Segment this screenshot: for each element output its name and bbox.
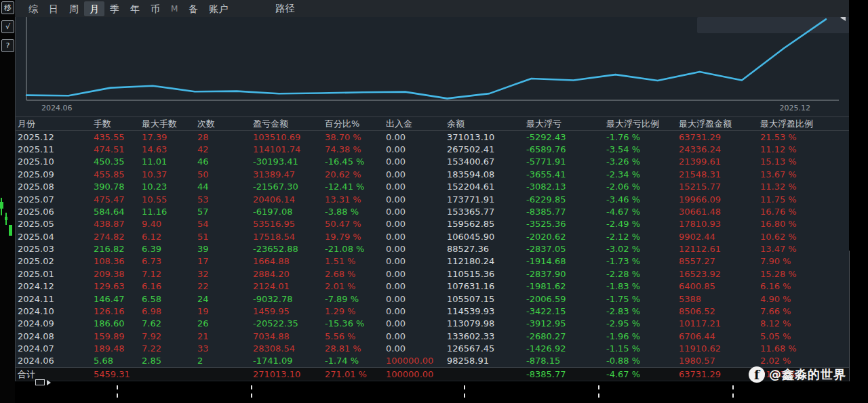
column-header: 余额 — [445, 118, 524, 130]
table-cell: -3.26 % — [604, 156, 677, 167]
mini-scroll-icon[interactable] — [35, 379, 51, 385]
table-cell: 19 — [195, 306, 251, 316]
table-cell: 14.63 — [140, 144, 195, 154]
table-cell: -16.45 % — [323, 156, 384, 167]
table-cell: 26 — [195, 318, 251, 328]
table-cell: 46 — [195, 156, 251, 167]
table-cell: -1741.09 — [251, 356, 323, 366]
table-cell: 21548.31 — [677, 169, 758, 179]
table-cell: 108.36 — [92, 256, 140, 266]
table-cell: 6400.85 — [677, 281, 758, 291]
table-row[interactable]: 2024.10126.166.98191459.951.29 %0.001145… — [16, 305, 849, 317]
table-row[interactable]: 2025.10450.3511.0146-30193.41-16.45 %0.0… — [16, 156, 849, 168]
table-cell: 15.13 % — [758, 156, 849, 167]
column-header: 手数 — [92, 118, 140, 130]
table-cell: -4.67 % — [604, 207, 677, 217]
table-row[interactable]: 2024.08159.897.92217034.885.56 %0.001336… — [16, 330, 849, 342]
table-cell: 28308.54 — [251, 343, 323, 354]
table-cell: 5.56 % — [323, 331, 384, 341]
x-tick-start: 2024.06 — [41, 104, 73, 112]
table-cell: 133602.33 — [445, 331, 524, 341]
table-cell: 19966.09 — [677, 194, 758, 205]
table-cell: -5292.43 — [524, 132, 604, 142]
path-menu-item[interactable]: 路径 — [275, 3, 294, 15]
table-cell: 11.12 % — [758, 144, 849, 154]
table-row[interactable]: 2025.11474.5114.6342114101.7474.38 %0.00… — [16, 143, 849, 155]
table-row[interactable]: 2024.065.682.852-1741.09-1.74 %100000.00… — [16, 355, 849, 367]
table-cell: 15.28 % — [758, 269, 849, 279]
table-cell: 0.00 — [384, 294, 445, 304]
column-header: 月份 — [16, 118, 92, 130]
table-row[interactable]: 2025.08390.7810.2344-21567.30-12.41 %0.0… — [16, 181, 849, 193]
menu-item-月[interactable]: 月 — [84, 1, 104, 16]
table-row[interactable]: 2024.12129.636.16222124.012.01 %0.001076… — [16, 280, 849, 293]
check-tool-button[interactable]: √ — [1, 20, 14, 33]
table-row[interactable]: 2025.12435.5517.3928103510.6938.70 %0.00… — [16, 131, 849, 143]
table-cell: 0.00 — [384, 318, 445, 328]
menu-item-年[interactable]: 年 — [125, 1, 145, 16]
menu-item-币[interactable]: 币 — [145, 1, 165, 16]
table-row[interactable]: 2025.04274.826.125117518.5419.79 %0.0010… — [16, 230, 849, 242]
table-cell: 2025.10 — [16, 156, 92, 167]
table-cell: 7.90 % — [758, 256, 849, 266]
table-cell: 2024.08 — [16, 331, 92, 341]
table-cell: 474.51 — [92, 144, 140, 154]
table-row[interactable]: 2025.09455.8510.375031389.4720.62 %0.001… — [16, 168, 849, 180]
table-row[interactable]: 2024.07189.487.223328308.5428.81 %0.0012… — [16, 342, 849, 354]
table-cell: -2837.05 — [524, 244, 604, 254]
table-cell: 11.32 % — [758, 182, 849, 192]
table-row[interactable]: 2025.02108.366.73171664.881.51 %0.001121… — [16, 255, 849, 268]
move-tool-button[interactable]: 移 — [1, 1, 14, 14]
column-header: 最大浮盈比例 — [758, 118, 849, 130]
menu-item-季[interactable]: 季 — [104, 1, 125, 16]
table-row[interactable]: 2025.06584.6411.1657-6197.08-3.88 %0.001… — [16, 205, 849, 217]
table-cell: 2124.01 — [251, 281, 323, 291]
table-cell: 7.92 — [140, 331, 195, 341]
toolbar: 综日周月季年币M备账户 路径 — [15, 0, 849, 17]
watermark: f @鑫淼的世界 — [749, 366, 846, 383]
table-cell: 51 — [195, 232, 251, 242]
table-cell: 8557.27 — [677, 256, 758, 266]
table-cell: 0.00 — [384, 343, 445, 354]
table-cell: 271.01 % — [323, 369, 384, 379]
table-cell: 6.12 — [140, 232, 195, 242]
table-cell: 42 — [195, 144, 251, 154]
table-row[interactable]: 2025.05438.879.405453516.9550.47 %0.0015… — [16, 218, 849, 230]
table-cell: 32 — [195, 269, 251, 279]
table-cell: -2.28 % — [604, 269, 677, 279]
table-row[interactable]: 2024.11146.476.5824-9032.78-7.89 %0.0010… — [16, 293, 849, 305]
table-cell: 50.47 % — [323, 219, 384, 229]
table-cell: 6.58 — [140, 294, 195, 304]
table-cell: 0.00 — [384, 244, 445, 254]
table-cell: 2025.11 — [16, 144, 92, 154]
table-cell: 129.63 — [92, 281, 140, 291]
table-cell: 584.64 — [92, 207, 140, 217]
axis-tick — [598, 385, 599, 398]
menu-item-账户[interactable]: 账户 — [203, 1, 233, 16]
table-row[interactable]: 2025.03216.826.3939-23652.88-21.08 %0.00… — [16, 242, 849, 255]
table-cell: 2025.08 — [16, 182, 92, 192]
table-cell: 0.00 — [384, 194, 445, 205]
table-row[interactable]: 2025.01209.387.12322884.202.68 %0.001105… — [16, 268, 849, 280]
menu-item-备[interactable]: 备 — [183, 1, 203, 16]
table-cell: 13.67 % — [758, 169, 849, 179]
table-cell: 2025.02 — [16, 256, 92, 266]
help-button[interactable]: ? — [1, 39, 14, 52]
table-cell: 271013.10 — [251, 369, 323, 379]
menu-item-日[interactable]: 日 — [43, 1, 64, 16]
table-cell: 12112.61 — [677, 244, 758, 254]
table-cell: 209.38 — [92, 269, 140, 279]
menu-item-综[interactable]: 综 — [23, 1, 43, 16]
table-cell: 2.68 % — [323, 269, 384, 279]
menu-item-周[interactable]: 周 — [64, 1, 84, 16]
table-cell: -2680.27 — [524, 331, 604, 341]
table-cell: -5771.91 — [524, 156, 604, 167]
table-row[interactable]: 2024.09186.607.6226-20522.35-15.36 %0.00… — [16, 318, 849, 330]
table-cell: 31389.47 — [251, 169, 323, 179]
table-cell: 11.75 % — [758, 194, 849, 205]
bottom-strip — [0, 381, 868, 403]
table-cell: 13.31 % — [323, 194, 384, 205]
menu-item-M[interactable]: M — [165, 1, 183, 16]
table-cell: -7.89 % — [323, 294, 384, 304]
table-row[interactable]: 2025.07475.4710.555320406.1413.31 %0.001… — [16, 193, 849, 205]
